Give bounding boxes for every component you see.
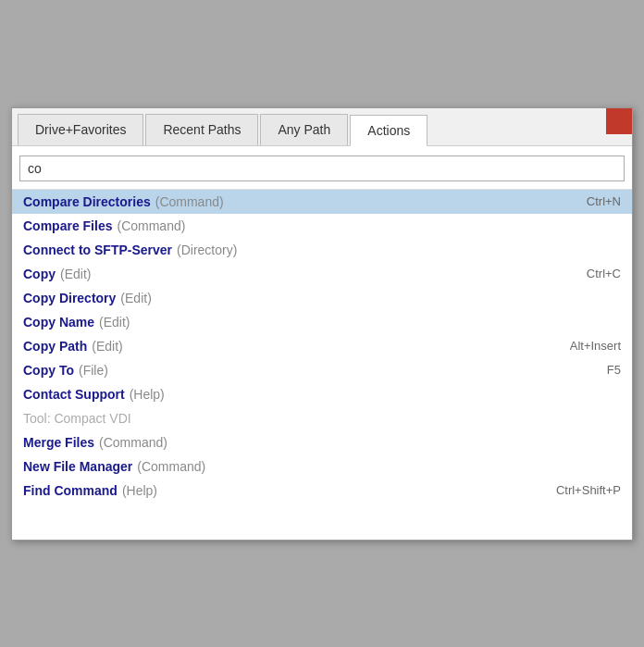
item-name: Copy To bbox=[23, 363, 74, 378]
item-category: (Edit) bbox=[120, 291, 151, 305]
item-name: Copy Name bbox=[23, 315, 94, 330]
list-item[interactable]: Compare Files (Command) bbox=[12, 214, 632, 238]
item-category: (Directory) bbox=[177, 243, 237, 257]
item-category: (Help) bbox=[122, 483, 157, 498]
list-item[interactable]: Find Command (Help)Ctrl+Shift+P bbox=[12, 479, 632, 503]
list-item[interactable]: Contact Support (Help) bbox=[12, 382, 632, 406]
item-shortcut: F5 bbox=[607, 363, 621, 377]
item-name: New File Manager bbox=[23, 459, 132, 474]
list-item[interactable]: Connect to SFTP-Server (Directory) bbox=[12, 238, 632, 262]
main-window: Drive+Favorites Recent Paths Any Path Ac… bbox=[11, 107, 633, 541]
list-item[interactable]: Copy To (File)F5 bbox=[12, 358, 632, 382]
item-shortcut: Ctrl+Shift+P bbox=[556, 483, 621, 497]
item-name: Copy Path bbox=[23, 339, 87, 354]
tab-actions[interactable]: Actions bbox=[350, 115, 427, 146]
list-item[interactable]: Copy Directory (Edit) bbox=[12, 286, 632, 310]
item-name: Compare Files bbox=[23, 218, 112, 233]
item-category: (Command) bbox=[117, 218, 185, 233]
results-list: Compare Directories (Command)Ctrl+NCompa… bbox=[12, 189, 632, 540]
list-item[interactable]: Compare Directories (Command)Ctrl+N bbox=[12, 190, 632, 214]
item-shortcut: Ctrl+C bbox=[587, 267, 621, 280]
item-name: Find Command bbox=[23, 483, 118, 498]
item-category: (File) bbox=[79, 363, 108, 378]
tab-bar: Drive+Favorites Recent Paths Any Path Ac… bbox=[12, 108, 632, 146]
search-input[interactable] bbox=[19, 156, 625, 181]
item-category: (Edit) bbox=[92, 339, 122, 354]
item-category: (Edit) bbox=[99, 315, 130, 330]
list-item[interactable]: New File Manager (Command) bbox=[12, 454, 632, 479]
item-category: (Edit) bbox=[60, 267, 91, 281]
close-button[interactable] bbox=[606, 108, 632, 134]
item-shortcut: Ctrl+N bbox=[587, 194, 621, 208]
item-name: Compare Directories bbox=[23, 194, 151, 209]
tab-any-path[interactable]: Any Path bbox=[260, 114, 348, 145]
item-category: (Help) bbox=[130, 387, 165, 402]
item-name: Connect to SFTP-Server bbox=[23, 243, 172, 257]
item-category: (Command) bbox=[99, 435, 167, 450]
tab-recent-paths[interactable]: Recent Paths bbox=[145, 114, 258, 145]
item-category: (Command) bbox=[137, 459, 205, 474]
item-shortcut: Alt+Insert bbox=[570, 339, 621, 353]
list-item[interactable]: Copy (Edit)Ctrl+C bbox=[12, 262, 632, 286]
item-category: (Command) bbox=[155, 194, 224, 209]
item-name: Tool: Compact VDI bbox=[23, 411, 131, 426]
item-name: Copy bbox=[23, 267, 56, 281]
list-item[interactable]: Copy Path (Edit)Alt+Insert bbox=[12, 334, 632, 358]
item-name: Copy Directory bbox=[23, 291, 116, 305]
item-name: Contact Support bbox=[23, 387, 125, 402]
list-item[interactable]: Copy Name (Edit) bbox=[12, 310, 632, 334]
item-name: Merge Files bbox=[23, 435, 94, 450]
search-area bbox=[12, 146, 632, 189]
tab-drive-favorites[interactable]: Drive+Favorites bbox=[18, 114, 143, 145]
list-item[interactable]: Tool: Compact VDI bbox=[12, 406, 632, 430]
list-item[interactable]: Merge Files (Command) bbox=[12, 430, 632, 454]
